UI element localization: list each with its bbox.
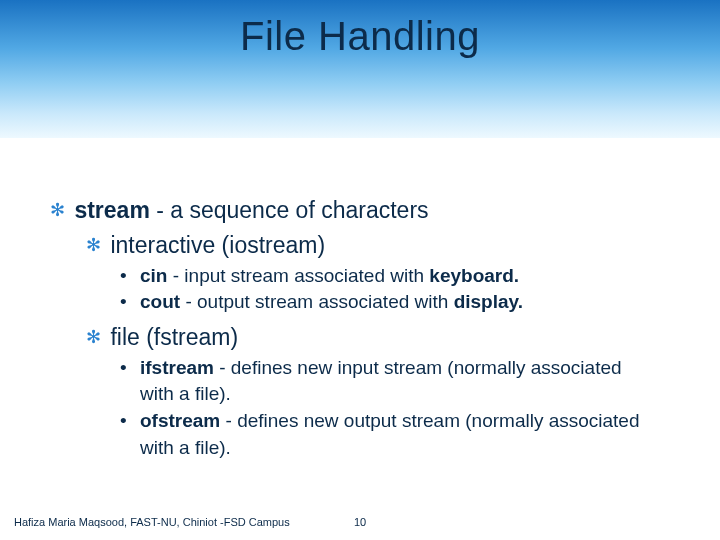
bullet-cout: cout - output stream associated with dis… — [120, 290, 690, 315]
ofstream-rest: - defines new output stream (normally as… — [220, 410, 639, 431]
slide-footer: Hafiza Maria Maqsood, FAST-NU, Chiniot -… — [14, 516, 706, 528]
slide-header: File Handling — [0, 0, 720, 138]
ofstream-label: ofstream — [140, 410, 220, 431]
bullet-ofstream-cont: with a file). — [140, 436, 690, 461]
bullet-interactive: ✻ interactive (iostream) — [86, 231, 690, 260]
bullet-ofstream: ofstream - defines new output stream (no… — [120, 409, 690, 434]
slide-title: File Handling — [240, 14, 480, 59]
asterisk-icon: ✻ — [50, 199, 68, 222]
cin-keyword: keyboard. — [429, 265, 519, 286]
bullet-file: ✻ file (fstream) — [86, 323, 690, 352]
bullet-cin: cin - input stream associated with keybo… — [120, 264, 690, 289]
ifstream-label: ifstream — [140, 357, 214, 378]
stream-rest: - a sequence of characters — [150, 197, 429, 223]
cin-label: cin — [140, 265, 167, 286]
ifstream-rest: - defines new input stream (normally ass… — [214, 357, 622, 378]
bullet-ifstream-cont: with a file). — [140, 382, 690, 407]
cout-rest: - output stream associated with — [180, 291, 454, 312]
cout-keyword: display. — [454, 291, 523, 312]
bullet-stream: ✻ stream - a sequence of characters — [50, 196, 690, 225]
bullet-ifstream: ifstream - defines new input stream (nor… — [120, 356, 690, 381]
asterisk-icon: ✻ — [86, 326, 104, 349]
slide: File Handling ✻ stream - a sequence of c… — [0, 0, 720, 540]
file-text: file (fstream) — [110, 324, 238, 350]
page-number: 10 — [354, 516, 366, 528]
asterisk-icon: ✻ — [86, 234, 104, 257]
stream-label: stream — [74, 197, 149, 223]
footer-author: Hafiza Maria Maqsood, FAST-NU, Chiniot -… — [14, 516, 290, 528]
interactive-text: interactive (iostream) — [110, 232, 325, 258]
slide-content: ✻ stream - a sequence of characters ✻ in… — [0, 138, 720, 460]
cout-label: cout — [140, 291, 180, 312]
cin-rest: - input stream associated with — [167, 265, 429, 286]
